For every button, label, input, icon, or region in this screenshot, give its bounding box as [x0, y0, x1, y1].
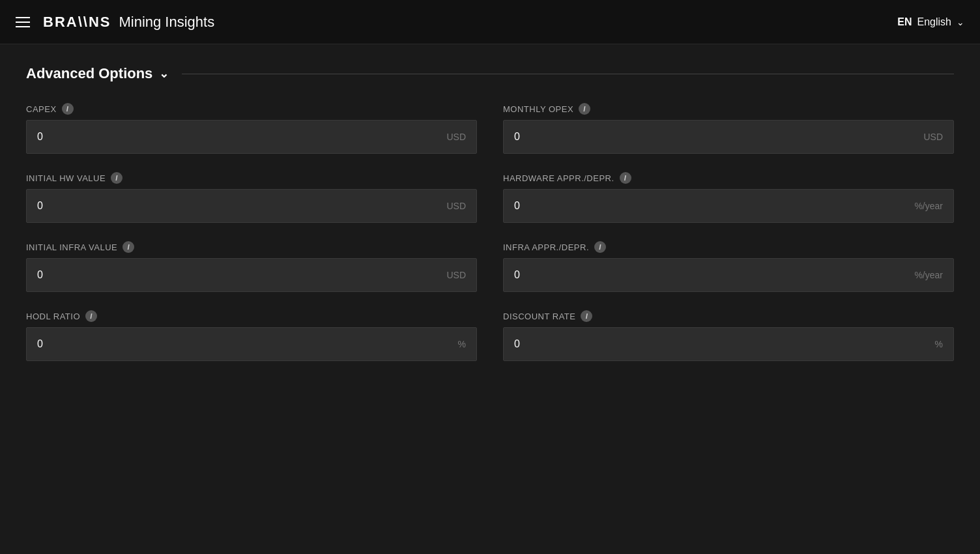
capex-input[interactable]: [27, 121, 446, 153]
capex-input-wrapper: USD: [26, 120, 477, 154]
capex-label: CAPEX i: [26, 103, 477, 115]
hardware-appr-depr-unit: %/year: [914, 201, 953, 211]
initial-infra-value-field-group: Initial Infra Value i USD: [26, 241, 477, 292]
initial-infra-value-unit: USD: [446, 270, 476, 280]
logo-title: BRA\\NS Mining Insights: [43, 14, 214, 31]
initial-hw-value-input[interactable]: [27, 190, 446, 222]
initial-hw-value-input-wrapper: USD: [26, 189, 477, 223]
language-code: EN: [897, 16, 912, 28]
initial-hw-value-field-group: Initial HW Value i USD: [26, 172, 477, 223]
advanced-options-label: Advanced Options: [26, 65, 152, 82]
monthly-opex-label-text: Monthly OPEX: [503, 104, 573, 114]
infra-appr-depr-label-text: Infra Appr./Depr.: [503, 242, 589, 252]
monthly-opex-input[interactable]: [504, 121, 923, 153]
logo: BRA\\NS: [43, 14, 111, 31]
initial-infra-value-input-wrapper: USD: [26, 258, 477, 292]
discount-rate-info-icon[interactable]: i: [581, 310, 592, 322]
infra-appr-depr-input[interactable]: [504, 259, 914, 291]
fields-grid: CAPEX i USD Monthly OPEX i USD Initial H…: [26, 103, 954, 361]
header: BRA\\NS Mining Insights EN English ⌄: [0, 0, 980, 44]
initial-infra-value-input[interactable]: [27, 259, 446, 291]
hodl-ratio-label-text: HODL Ratio: [26, 312, 80, 321]
discount-rate-input[interactable]: [504, 328, 935, 360]
hodl-ratio-input[interactable]: [27, 328, 458, 360]
monthly-opex-input-wrapper: USD: [503, 120, 954, 154]
header-left: BRA\\NS Mining Insights: [16, 14, 214, 31]
infra-appr-depr-label: Infra Appr./Depr. i: [503, 241, 954, 253]
initial-hw-value-label-text: Initial HW Value: [26, 173, 106, 183]
infra-appr-depr-info-icon[interactable]: i: [594, 241, 606, 253]
language-selector[interactable]: EN English ⌄: [897, 16, 964, 28]
app-title: Mining Insights: [119, 14, 214, 31]
menu-icon[interactable]: [16, 17, 30, 27]
hardware-appr-depr-field-group: Hardware Appr./Depr. i %/year: [503, 172, 954, 223]
advanced-options-chevron-icon: ⌄: [159, 66, 169, 81]
monthly-opex-unit: USD: [923, 132, 953, 142]
language-name: English: [917, 16, 951, 28]
infra-appr-depr-unit: %/year: [914, 270, 953, 280]
infra-appr-depr-field-group: Infra Appr./Depr. i %/year: [503, 241, 954, 292]
language-chevron-icon: ⌄: [957, 17, 964, 27]
capex-field-group: CAPEX i USD: [26, 103, 477, 154]
monthly-opex-label: Monthly OPEX i: [503, 103, 954, 115]
hardware-appr-depr-info-icon[interactable]: i: [620, 172, 631, 184]
initial-infra-value-label: Initial Infra Value i: [26, 241, 477, 253]
hodl-ratio-unit: %: [458, 339, 476, 349]
discount-rate-label: Discount Rate i: [503, 310, 954, 322]
discount-rate-field-group: Discount Rate i %: [503, 310, 954, 361]
hardware-appr-depr-input[interactable]: [504, 190, 914, 222]
hodl-ratio-field-group: HODL Ratio i %: [26, 310, 477, 361]
initial-hw-value-unit: USD: [446, 201, 476, 211]
initial-infra-value-info-icon[interactable]: i: [122, 241, 134, 253]
discount-rate-label-text: Discount Rate: [503, 312, 575, 321]
capex-unit: USD: [446, 132, 476, 142]
initial-hw-value-info-icon[interactable]: i: [111, 172, 122, 184]
hardware-appr-depr-label-text: Hardware Appr./Depr.: [503, 173, 614, 183]
main-content: Advanced Options ⌄ CAPEX i USD Monthly O…: [0, 44, 980, 382]
infra-appr-depr-input-wrapper: %/year: [503, 258, 954, 292]
discount-rate-unit: %: [935, 339, 953, 349]
capex-label-text: CAPEX: [26, 104, 57, 114]
discount-rate-input-wrapper: %: [503, 327, 954, 361]
initial-hw-value-label: Initial HW Value i: [26, 172, 477, 184]
monthly-opex-info-icon[interactable]: i: [579, 103, 590, 115]
section-divider: [182, 74, 954, 74]
monthly-opex-field-group: Monthly OPEX i USD: [503, 103, 954, 154]
capex-info-icon[interactable]: i: [62, 103, 74, 115]
advanced-options-header: Advanced Options ⌄: [26, 65, 954, 82]
hardware-appr-depr-input-wrapper: %/year: [503, 189, 954, 223]
hodl-ratio-info-icon[interactable]: i: [85, 310, 97, 322]
initial-infra-value-label-text: Initial Infra Value: [26, 242, 117, 252]
hardware-appr-depr-label: Hardware Appr./Depr. i: [503, 172, 954, 184]
hodl-ratio-input-wrapper: %: [26, 327, 477, 361]
advanced-options-toggle[interactable]: Advanced Options ⌄: [26, 65, 182, 82]
hodl-ratio-label: HODL Ratio i: [26, 310, 477, 322]
